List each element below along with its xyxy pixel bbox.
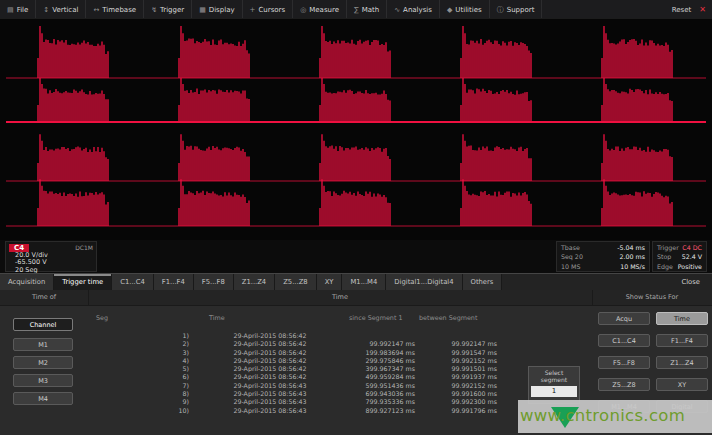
math-icon: ∑	[354, 6, 359, 14]
select-segment-panel: Select segment 1	[528, 366, 580, 404]
tab-xy[interactable]: XY	[317, 274, 343, 290]
segment-burst	[461, 134, 531, 181]
segment-burst	[602, 134, 672, 181]
channel-descriptor-c4[interactable]: C4 DC1M 20.0 V/div -65.500 V 20 Seg	[5, 241, 97, 272]
segment-time: 29-April-2015 08:56:42	[195, 357, 345, 365]
trigger-value: C4 DC	[682, 243, 702, 252]
status-for-button-xy[interactable]: XY	[656, 378, 708, 391]
trigger-label: Edge	[657, 262, 673, 271]
segment-number: 3)	[90, 349, 195, 357]
analysis-icon: ∿	[394, 6, 400, 14]
menu-item-file[interactable]: ▤File	[0, 0, 36, 19]
segment-burst	[602, 78, 672, 122]
menu-item-label: Display	[209, 6, 235, 14]
menu-item-support[interactable]: ⓘSupport	[490, 0, 543, 19]
left-panel-button-m4[interactable]: M4	[13, 392, 73, 405]
segment-since: 899.927123 ms	[345, 407, 415, 415]
tab-z1-z4[interactable]: Z1...Z4	[234, 274, 275, 290]
reset-button[interactable]: Reset	[672, 6, 692, 14]
segment-since: 499.959284 ms	[345, 373, 415, 381]
segment-burst	[320, 78, 390, 122]
segment-number: 1)	[90, 332, 195, 340]
segment-time: 29-April-2015 08:56:43	[195, 398, 345, 406]
segment-number: 8)	[90, 390, 195, 398]
segment-table-header: SegTimesince Segment 1between Segment	[90, 314, 522, 326]
segment-burst	[38, 134, 108, 181]
vertical-icon: ↕	[43, 6, 49, 14]
segment-burst	[38, 78, 108, 122]
trigger-row: Stop52.4 V	[657, 252, 702, 261]
menubar: ▤File↕Vertical↔Timebase↯Trigger▦Display+…	[0, 0, 712, 20]
tab-f5-f8[interactable]: F5...F8	[194, 274, 234, 290]
waveform-display[interactable]	[0, 19, 712, 240]
column-header-since-segment-1: since Segment 1	[345, 314, 415, 326]
segment-since: 399.967347 ms	[345, 365, 415, 373]
timebase-icon: ↔	[93, 6, 99, 14]
tab-z5-z8[interactable]: Z5...Z8	[275, 274, 316, 290]
channel-coupling: DC1M	[75, 244, 93, 251]
select-segment-label: Select segment	[531, 369, 577, 383]
segment-burst	[320, 26, 390, 78]
trigger-descriptor[interactable]: TriggerC4 DCStop52.4 VEdgePositive	[652, 241, 707, 272]
status-for-button-time[interactable]: Time	[656, 312, 708, 325]
segment-row: 1)29-April-2015 08:56:42	[90, 332, 522, 340]
status-for-button-z1-z4[interactable]: Z1...Z4	[656, 356, 708, 369]
menu-item-label: Utilities	[455, 6, 481, 14]
segment-between: 99.991547 ms	[415, 349, 505, 357]
select-segment-value[interactable]: 1	[531, 386, 577, 397]
menu-item-utilities[interactable]: ◆Utilities	[440, 0, 490, 19]
segment-time: 29-April-2015 08:56:42	[195, 349, 345, 357]
status-for-button-c1-c4[interactable]: C1...C4	[598, 334, 650, 347]
segment-row: 9)29-April-2015 08:56:43799.935336 ms99.…	[90, 398, 522, 406]
close-app-icon[interactable]: ✕	[699, 5, 706, 14]
tab-c1-c4[interactable]: C1...C4	[112, 274, 154, 290]
segment-burst	[38, 26, 108, 78]
menu-item-trigger[interactable]: ↯Trigger	[144, 0, 192, 19]
timebase-descriptor[interactable]: Tbase-5.04 msSeq 202.00 ms10 MS10 MS/s	[556, 241, 650, 272]
tab-digital1-digital4[interactable]: Digital1...Digital4	[386, 274, 462, 290]
segment-between	[415, 332, 505, 340]
column-header-seg: Seg	[90, 314, 195, 326]
segment-row: 3)29-April-2015 08:56:42199.983694 ms99.…	[90, 349, 522, 357]
segment-table-body: 1)29-April-2015 08:56:422)29-April-2015 …	[90, 332, 522, 415]
tab-trigger-time[interactable]: Trigger time	[54, 274, 112, 290]
timebase-value: 2.00 ms	[620, 252, 645, 261]
tab-others[interactable]: Others	[463, 274, 503, 290]
left-panel-button-m3[interactable]: M3	[13, 374, 73, 387]
tab-acquisition[interactable]: Acquisition	[0, 274, 54, 290]
segment-row: 4)29-April-2015 08:56:42299.975846 ms99.…	[90, 357, 522, 365]
menu-item-label: Analysis	[403, 6, 432, 14]
menubar-right: Reset ✕	[672, 5, 712, 14]
menu-item-label: Timebase	[102, 6, 136, 14]
menu-item-display[interactable]: ▦Display	[192, 0, 242, 19]
cursors-icon: +	[250, 6, 256, 14]
menu-item-vertical[interactable]: ↕Vertical	[36, 0, 86, 19]
segment-burst	[179, 78, 249, 122]
left-panel-button-m1[interactable]: M1	[13, 338, 73, 351]
status-for-button-f5-f8[interactable]: F5...F8	[598, 356, 650, 369]
segment-number: 2)	[90, 340, 195, 348]
close-dialog-button[interactable]: Close	[669, 274, 712, 290]
trigger-row: EdgePositive	[657, 262, 702, 271]
left-panel-button-m2[interactable]: M2	[13, 356, 73, 369]
segment-time: 29-April-2015 08:56:42	[195, 340, 345, 348]
status-for-button-z5-z8[interactable]: Z5...Z8	[598, 378, 650, 391]
trigger-value: 52.4 V	[682, 252, 702, 261]
segment-time: 29-April-2015 08:56:42	[195, 365, 345, 373]
menu-item-math[interactable]: ∑Math	[347, 0, 387, 19]
segment-number: 5)	[90, 365, 195, 373]
segment-since: 799.935336 ms	[345, 398, 415, 406]
left-panel-button-channel[interactable]: Channel	[13, 318, 73, 331]
menu-item-timebase[interactable]: ↔Timebase	[86, 0, 144, 19]
tab-f1-f4[interactable]: F1...F4	[154, 274, 194, 290]
dialog-header-strip: Time of Time Show Status For	[0, 290, 712, 306]
file-icon: ▤	[7, 6, 14, 14]
display-icon: ▦	[199, 6, 206, 14]
menu-item-measure[interactable]: ◎Measure	[293, 0, 347, 19]
menu-item-analysis[interactable]: ∿Analysis	[387, 0, 440, 19]
menubar-items: ▤File↕Vertical↔Timebase↯Trigger▦Display+…	[0, 0, 542, 19]
menu-item-cursors[interactable]: +Cursors	[243, 0, 294, 19]
status-for-button-acqu[interactable]: Acqu	[598, 312, 650, 325]
tab-m1-m4[interactable]: M1...M4	[342, 274, 386, 290]
status-for-button-f1-f4[interactable]: F1...F4	[656, 334, 708, 347]
